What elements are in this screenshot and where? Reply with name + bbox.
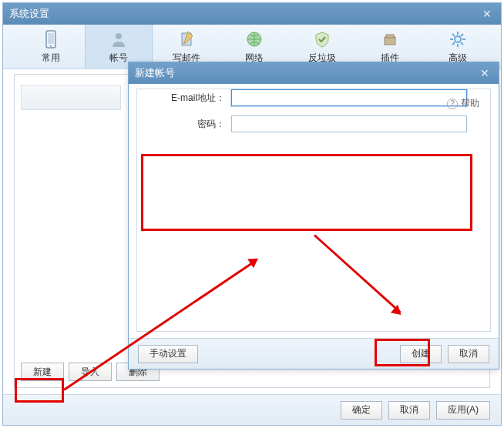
apply-button[interactable]: 应用(A) [436, 401, 490, 420]
close-icon[interactable]: ✕ [477, 65, 492, 81]
new-button[interactable]: 新建 [21, 363, 64, 381]
globe-icon [244, 29, 264, 49]
settings-titlebar[interactable]: 系统设置 ✕ [3, 3, 501, 25]
plugin-icon [380, 29, 400, 49]
password-field[interactable] [231, 115, 467, 132]
compose-icon [176, 29, 197, 49]
user-icon [109, 29, 129, 49]
manual-setup-button[interactable]: 手动设置 [138, 345, 198, 363]
tab-general[interactable]: 常用 [17, 25, 85, 69]
settings-footer: 确定 取消 应用(A) [3, 394, 501, 425]
new-account-dialog: 新建帐号 ✕ ? 帮助 E-mail地址： 密码： 手动设置 创建 取消 [128, 62, 499, 369]
email-field[interactable] [231, 89, 467, 106]
tab-label: 帐号 [109, 52, 128, 65]
password-row: 密码： [160, 115, 467, 132]
create-button[interactable]: 创建 [400, 345, 442, 363]
close-icon[interactable]: ✕ [479, 6, 495, 22]
account-list-item[interactable] [21, 85, 121, 110]
cancel-button[interactable]: 取消 [388, 401, 430, 420]
dialog-titlebar[interactable]: 新建帐号 ✕ [129, 62, 499, 84]
svg-point-3 [116, 33, 122, 39]
svg-line-15 [461, 34, 463, 36]
ok-button[interactable]: 确定 [341, 401, 382, 420]
dialog-body: ? 帮助 E-mail地址： 密码： [136, 89, 491, 332]
settings-title: 系统设置 [9, 7, 479, 21]
help-link[interactable]: ? 帮助 [447, 97, 479, 110]
help-label: 帮助 [461, 97, 479, 110]
email-row: E-mail地址： [160, 89, 467, 106]
help-icon: ? [447, 99, 458, 109]
gear-icon [448, 29, 468, 49]
dialog-title: 新建帐号 [135, 66, 477, 80]
import-button[interactable]: 导入 [69, 363, 112, 381]
svg-point-2 [50, 45, 52, 47]
svg-line-13 [461, 42, 463, 45]
svg-point-7 [455, 36, 461, 42]
dialog-cancel-button[interactable]: 取消 [448, 345, 489, 363]
shield-icon [312, 29, 332, 49]
email-label: E-mail地址： [160, 92, 231, 105]
phone-icon [41, 29, 61, 49]
dialog-footer: 手动设置 创建 取消 [129, 338, 499, 369]
svg-rect-1 [48, 33, 54, 44]
svg-rect-6 [386, 35, 394, 38]
svg-line-12 [452, 34, 455, 36]
password-label: 密码： [160, 118, 231, 131]
tab-label: 常用 [42, 52, 60, 65]
svg-line-14 [452, 42, 455, 45]
